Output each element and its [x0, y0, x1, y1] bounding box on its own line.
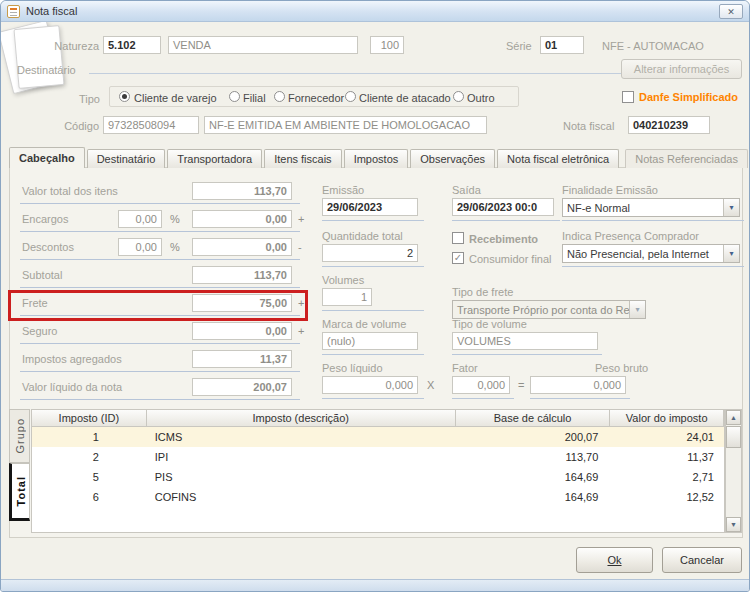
tab-observacoes[interactable]: Observações — [410, 149, 495, 168]
frete-annotation-box — [8, 290, 308, 321]
danfe-checkbox[interactable] — [622, 91, 634, 103]
tipo-frete-dropdown: Transporte Próprio por conta do Remete ▾ — [452, 300, 646, 319]
radio-cliente-atacado-label: Cliente de atacado — [359, 92, 451, 104]
valor-total-row: Valor total dos itens 113,70 — [20, 182, 300, 204]
encargos-label: Encargos — [22, 213, 68, 225]
saida-label: Saída — [452, 184, 481, 196]
radio-fornecedor[interactable] — [274, 91, 285, 102]
radio-cliente-atacado[interactable] — [345, 91, 356, 102]
table-row[interactable]: 6 COFINS 164,69 12,52 — [32, 487, 724, 507]
emissao-label: Emissão — [322, 184, 364, 196]
valor-liquido-label: Valor líquido da nota — [22, 381, 122, 393]
subtotal-field: 113,70 — [192, 266, 292, 284]
table-row[interactable]: 5 PIS 164,69 2,71 — [32, 467, 724, 487]
divider — [452, 354, 602, 355]
chevron-down-icon: ▾ — [723, 245, 739, 262]
tab-itens-fiscais[interactable]: Itens fiscais — [264, 149, 341, 168]
natureza-num-field[interactable]: 100 — [370, 36, 404, 54]
close-icon: ✕ — [727, 7, 735, 17]
radio-cliente-varejo[interactable] — [119, 91, 130, 102]
serie-label: Série — [506, 40, 532, 52]
peso-bruto-field[interactable]: 0,000 — [530, 376, 626, 394]
chevron-down-icon: ▾ — [723, 199, 739, 216]
alterar-informacoes-button: Alterar informações — [621, 59, 742, 79]
marca-volume-field[interactable]: (nulo) — [322, 332, 418, 350]
quantidade-total-label: Quantidade total — [322, 230, 403, 242]
natureza-desc-field[interactable]: VENDA — [168, 36, 358, 54]
quantidade-total-field: 2 — [322, 244, 418, 262]
consumidor-final-checkbox: ✓ — [452, 252, 464, 264]
seguro-row: Seguro 0,00 — [20, 322, 300, 344]
fator-field[interactable]: 0,000 — [452, 376, 510, 394]
tab-destinatario[interactable]: Destinatário — [87, 149, 166, 168]
volumes-field[interactable]: 1 — [322, 288, 372, 306]
column-header-base[interactable]: Base de cálculo — [456, 410, 611, 427]
nota-fiscal-number-field[interactable]: 040210239 — [628, 116, 710, 134]
descontos-pct-sign: % — [170, 241, 180, 253]
codigo-desc-field[interactable]: NF-E EMITIDA EM AMBIENTE DE HOMOLOGACAO — [204, 116, 487, 134]
tab-strip: Cabeçalho Destinatário Transportadora It… — [9, 147, 750, 168]
natureza-code-field[interactable]: 5.102 — [103, 36, 161, 54]
peso-liquido-field[interactable]: 0,000 — [322, 376, 418, 394]
descontos-pct-field[interactable]: 0,00 — [118, 238, 162, 256]
close-button[interactable]: ✕ — [719, 4, 743, 19]
emissao-field[interactable]: 29/06/2023 — [322, 198, 418, 216]
encargos-pct-field[interactable]: 0,00 — [118, 210, 162, 228]
valor-liquido-field: 200,07 — [192, 378, 292, 396]
group-tab-total[interactable]: Total — [9, 463, 30, 521]
radio-fornecedor-label: Fornecedor — [288, 92, 344, 104]
tipo-frete-value: Transporte Próprio por conta do Remete — [453, 301, 629, 318]
divider — [322, 398, 424, 399]
note-icon — [7, 5, 20, 18]
descontos-field: 0,00 — [192, 238, 292, 256]
descontos-op: - — [298, 241, 302, 253]
tab-transportadora[interactable]: Transportadora — [167, 149, 262, 168]
divider — [452, 220, 560, 221]
radio-filial[interactable] — [229, 91, 240, 102]
column-header-id[interactable]: Imposto (ID) — [32, 410, 147, 427]
tab-cabecalho[interactable]: Cabeçalho — [9, 147, 85, 168]
consumidor-final-label: Consumidor final — [469, 253, 552, 265]
radio-outro[interactable] — [453, 91, 464, 102]
finalidade-dropdown[interactable]: NF-e Normal ▾ — [562, 198, 740, 217]
scroll-down-icon[interactable]: ▼ — [726, 517, 741, 532]
danfe-label: Danfe Simplificado — [639, 91, 738, 103]
valor-total-label: Valor total dos itens — [22, 185, 118, 197]
table-scrollbar[interactable]: ▲ ▼ — [725, 409, 742, 533]
divider — [322, 220, 424, 221]
tipo-volume-label: Tipo de volume — [452, 318, 527, 330]
column-header-valor[interactable]: Valor do imposto — [610, 410, 724, 427]
column-header-descricao[interactable]: Imposto (descrição) — [147, 410, 456, 427]
impostos-agregados-label: Impostos agregados — [22, 353, 122, 365]
saida-field[interactable]: 29/06/2023 00:0 — [452, 198, 554, 216]
impostos-agregados-field: 11,37 — [192, 350, 292, 368]
serie-field[interactable]: 01 — [540, 36, 584, 54]
ok-button[interactable]: Ok — [576, 547, 653, 573]
group-tab-grupo[interactable]: Grupo — [9, 409, 30, 463]
indica-presenca-value: Não Presencial, pela Internet — [563, 245, 723, 262]
tipo-frete-label: Tipo de frete — [452, 286, 513, 298]
subtotal-row: Subtotal 113,70 — [20, 266, 300, 288]
tab-nfe[interactable]: Nota fiscal eletrônica — [497, 149, 619, 168]
codigo-label: Código — [59, 120, 99, 132]
finalidade-label: Finalidade Emissão — [562, 184, 658, 196]
tab-impostos[interactable]: Impostos — [344, 149, 409, 168]
indica-presenca-dropdown[interactable]: Não Presencial, pela Internet ▾ — [562, 244, 740, 263]
scroll-up-icon[interactable]: ▲ — [726, 410, 741, 425]
nota-fiscal-label: Nota fiscal — [563, 120, 614, 132]
serie-desc: NFE - AUTOMACAO — [602, 40, 704, 52]
encargos-row: Encargos 0,00 % 0,00 — [20, 210, 300, 232]
cancel-button[interactable]: Cancelar — [662, 547, 742, 573]
subtotal-label: Subtotal — [22, 269, 62, 281]
codigo-field[interactable]: 97328508094 — [103, 116, 199, 134]
divider — [322, 310, 424, 311]
seguro-field[interactable]: 0,00 — [192, 322, 292, 340]
volumes-label: Volumes — [322, 274, 364, 286]
paper-sheet-decoration — [13, 25, 64, 89]
tipo-volume-field[interactable]: VOLUMES — [452, 332, 598, 350]
table-row[interactable]: 1 ICMS 200,07 24,01 — [32, 427, 724, 447]
scrollbar-thumb[interactable] — [726, 426, 741, 448]
radio-cliente-varejo-label: Cliente de varejo — [134, 92, 217, 104]
table-row[interactable]: 2 IPI 113,70 11,37 — [32, 447, 724, 467]
impostos-agregados-row: Impostos agregados 11,37 — [20, 350, 300, 372]
